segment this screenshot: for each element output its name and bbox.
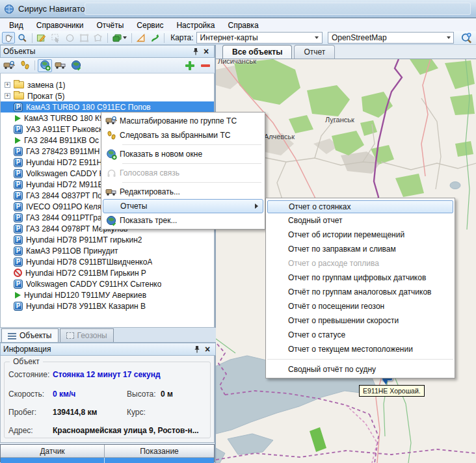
sensor-table: Датчик Показание [0, 444, 215, 462]
tree-item-label: замена (1) [27, 81, 65, 90]
globe-add-icon[interactable] [38, 59, 52, 72]
tree-item[interactable]: Hyundai HD120 Т911МУ Аверкиев [1, 289, 214, 300]
globe-check-icon[interactable] [69, 59, 83, 72]
tree-item-label: КамАЗ Р911ОВ Принудит [26, 246, 118, 256]
map-zoom-plus-icon[interactable] [458, 32, 474, 44]
menu-item-follow[interactable]: Следовать за выбранными ТС [103, 128, 263, 142]
submenu-item[interactable]: Отчет по заправкам и сливам [267, 242, 453, 256]
parking-icon [14, 213, 23, 222]
rectangle-icon[interactable] [77, 32, 90, 44]
truck-icon[interactable] [53, 59, 68, 72]
menu-item[interactable]: Сервис [130, 20, 170, 31]
tree-item-label: Hyundai HD78 С911ВТШвидченкоА [26, 258, 152, 267]
tree-item[interactable]: КамАЗ Р911ОВ Принудит [1, 245, 214, 256]
tree-item[interactable]: Hyundai HD78 С911ВТШвидченкоА [1, 256, 214, 267]
submenu-item[interactable]: Отчет о превышении скорости [267, 313, 453, 328]
state-value: Стоянка 12 минут 17 секунд [53, 370, 161, 379]
route-icon[interactable] [148, 32, 161, 44]
map-type-select[interactable]: Интернет-карты [196, 32, 323, 44]
object-group-label: Объект [10, 357, 43, 366]
tab-geozones[interactable]: Геозоны [60, 328, 114, 342]
tree-item[interactable]: Volkswagen CADDY С911НХ Сытенко [1, 278, 214, 289]
menu-item[interactable]: Отчёты [90, 20, 130, 31]
submenu-item[interactable]: Отчёт о посещении геозон [267, 299, 453, 313]
toolbar-separator [107, 33, 108, 43]
map-edit-icon[interactable] [35, 32, 48, 44]
submenu-item[interactable]: Отчет о расходе топлива [267, 256, 453, 271]
pin-icon[interactable] [191, 47, 201, 56]
map-provider-select[interactable]: OpenStreetMap [328, 32, 454, 44]
submenu-item[interactable]: Сводный отчет [267, 213, 453, 228]
map-source-label: Карта: [170, 33, 193, 42]
add-icon[interactable] [183, 59, 197, 72]
expander-icon[interactable]: + [5, 93, 10, 99]
menu-item-show-track[interactable]: Показать трек... [103, 213, 263, 228]
menu-item-edit[interactable]: Редактировать... [103, 185, 263, 199]
tab-all-objects[interactable]: Все объекты [222, 45, 292, 59]
tree-item[interactable]: Hyundai HD78 Р911МТ гирькин2 [1, 234, 214, 245]
address-label: Адрес: [8, 426, 33, 435]
tab-objects[interactable]: Объекты [1, 328, 59, 342]
tree-item[interactable]: Hyundai HD72 С911ВМ Гирькин Р [1, 267, 214, 278]
truck-search-icon[interactable] [2, 59, 16, 72]
ellipse-icon[interactable] [63, 32, 76, 44]
parking-icon [14, 147, 23, 156]
tab-report[interactable]: Отчет [294, 45, 335, 59]
zoom-icon[interactable] [16, 32, 29, 44]
close-icon[interactable]: × [201, 47, 211, 56]
measure-icon[interactable] [135, 32, 148, 44]
tree-item-label: ГАЗ 2844 О911РТГра [26, 213, 102, 222]
bottom-tab-strip: Объекты Геозоны [0, 328, 216, 343]
submenu-item[interactable]: Отчет о текущем местоположении [267, 342, 453, 356]
globe-add-icon [103, 149, 120, 160]
menu-item[interactable]: Справочники [30, 20, 90, 31]
objects-panel-title: Объекты [3, 47, 36, 56]
objects-list-icon [8, 332, 16, 339]
truck-zoom-icon [103, 116, 120, 126]
pan-hand-icon[interactable] [2, 32, 15, 44]
remove-icon[interactable] [198, 59, 213, 72]
submenu-item[interactable]: Отчет по группам цифровых датчиков [267, 271, 453, 285]
menu-separator [122, 182, 261, 183]
title-bar[interactable]: Сириус Навигатор - [0, 0, 476, 18]
menu-item-reports[interactable]: Отчеты [103, 199, 263, 213]
close-icon[interactable]: × [202, 345, 213, 354]
layers-icon[interactable] [111, 32, 129, 44]
menu-item-show-new-window[interactable]: Показать в новом окне [103, 147, 263, 161]
tree-item-label: Hyundai HD72 С911ВМ Гирькин Р [25, 269, 146, 278]
objects-toolbar [0, 58, 215, 73]
submenu-item[interactable]: Сводный отчёт по судну [267, 359, 453, 376]
submenu-item[interactable]: Отчёт по группам аналоговых датчиков [267, 285, 453, 299]
chevron-down-icon [123, 36, 127, 39]
polygon-icon[interactable] [92, 32, 105, 44]
chevron-down-icon[interactable] [312, 33, 322, 43]
tree-item[interactable]: + Прокат (5) [1, 90, 214, 101]
toolbar-separator [32, 33, 33, 43]
footprints-icon[interactable] [18, 59, 32, 72]
folder-icon [14, 81, 24, 88]
menu-item-voice[interactable]: Голосовая связь [103, 166, 263, 180]
chevron-down-icon[interactable] [443, 33, 453, 43]
expander-icon[interactable]: + [5, 82, 10, 88]
tree-item[interactable]: КамАЗ TURBO 180 С911ЕС Попов [1, 101, 214, 112]
tree-item[interactable]: Hyundai HD78 У911ВХ Казарин В [1, 300, 214, 311]
column-header-reading[interactable]: Показание [105, 445, 214, 457]
parking-icon [14, 103, 23, 112]
tree-item[interactable]: + замена (1) [1, 79, 214, 90]
submenu-item[interactable]: Отчет об истории перемещений [267, 228, 453, 242]
pin-icon[interactable] [192, 345, 202, 354]
submenu-item[interactable]: Отчет о стоянках [267, 200, 453, 213]
city-label-alchevsk: Алчевськ [264, 133, 295, 140]
column-header-sensor[interactable]: Датчик [1, 445, 105, 457]
menu-item-zoom-group[interactable]: Масштабирование по группе ТС [103, 114, 263, 128]
table-row[interactable] [1, 458, 214, 463]
submenu-item-label: Сводный отчет [288, 216, 343, 225]
menu-item[interactable]: Справка [221, 20, 265, 31]
folder-icon [14, 92, 24, 99]
menu-item[interactable]: Настройка [170, 20, 221, 31]
submenu-item[interactable]: Отчет о статусе [267, 328, 453, 342]
geozones-icon [66, 332, 74, 339]
menu-separator [122, 163, 261, 164]
select-region-icon[interactable] [49, 32, 62, 44]
menu-item[interactable]: Вид [3, 20, 30, 31]
